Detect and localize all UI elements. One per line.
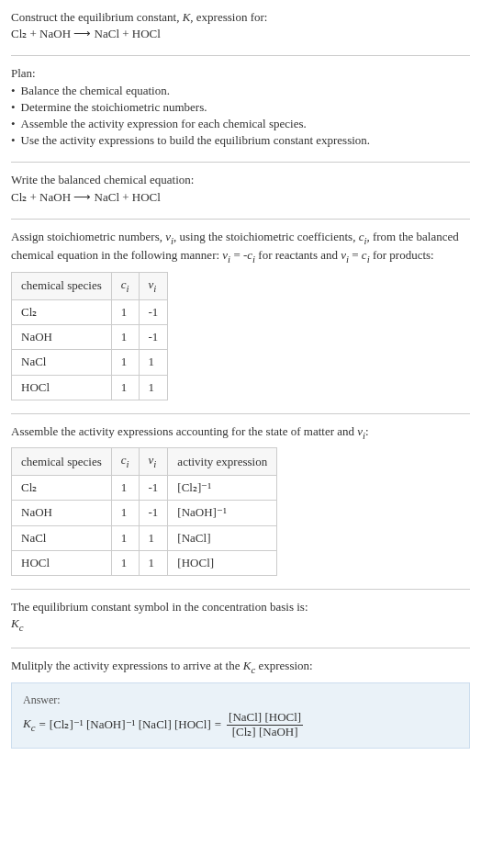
bullet-icon: • bbox=[11, 83, 16, 99]
plan-item: •Determine the stoichiometric numbers. bbox=[11, 99, 470, 116]
fraction: [NaCl] [HOCl] [Cl₂] [NaOH] bbox=[227, 711, 303, 738]
plan-heading: Plan: bbox=[11, 65, 470, 82]
divider bbox=[11, 55, 470, 56]
table-header-row: chemical species ci νi bbox=[12, 273, 168, 300]
plan-item: •Balance the chemical equation. bbox=[11, 83, 470, 99]
plan-item: •Use the activity expressions to build t… bbox=[11, 132, 470, 149]
cell: [NaCl] bbox=[168, 525, 277, 550]
balanced-equation: Cl₂ + NaOH ⟶ NaCl + HOCl bbox=[11, 189, 470, 206]
activity-table: chemical species ci νi activity expressi… bbox=[11, 447, 277, 576]
fraction-denominator: [Cl₂] [NaOH] bbox=[230, 726, 300, 738]
table-header-row: chemical species ci νi activity expressi… bbox=[12, 448, 277, 476]
kc-lhs: Kc bbox=[23, 716, 35, 735]
cell: 1 bbox=[111, 550, 139, 575]
cell: NaOH bbox=[12, 501, 112, 525]
cell: HOCl bbox=[12, 375, 112, 400]
divider bbox=[11, 219, 470, 220]
plan-item-text: Assemble the activity expression for eac… bbox=[21, 116, 307, 132]
eq-sign: = bbox=[215, 716, 221, 733]
kc-symbol: Kc bbox=[11, 615, 470, 635]
multiply-text: Mulitply the activity expressions to arr… bbox=[11, 658, 470, 677]
symbol-text: The equilibrium constant symbol in the c… bbox=[11, 599, 470, 615]
cell: 1 bbox=[139, 350, 168, 375]
bullet-icon: • bbox=[11, 132, 16, 149]
cell: 1 bbox=[139, 550, 168, 575]
plan-item-text: Balance the chemical equation. bbox=[21, 83, 170, 99]
col-vi: νi bbox=[139, 448, 168, 476]
plan-item-text: Determine the stoichiometric numbers. bbox=[21, 99, 207, 116]
answer-expression: Kc = [Cl₂]⁻¹ [NaOH]⁻¹ [NaCl] [HOCl] = [N… bbox=[23, 711, 458, 738]
balanced-section: Write the balanced chemical equation: Cl… bbox=[11, 172, 470, 205]
cell: Cl₂ bbox=[12, 476, 112, 501]
cell: 1 bbox=[111, 525, 139, 550]
cell: -1 bbox=[139, 325, 168, 350]
cell: 1 bbox=[111, 299, 139, 324]
eq-sign: = bbox=[39, 716, 45, 733]
bullet-icon: • bbox=[11, 99, 16, 116]
col-species: chemical species bbox=[12, 448, 112, 476]
product-terms: [Cl₂]⁻¹ [NaOH]⁻¹ [NaCl] [HOCl] bbox=[50, 716, 211, 733]
col-activity: activity expression bbox=[168, 448, 277, 476]
stoich-table: chemical species ci νi Cl₂1-1 NaOH1-1 Na… bbox=[11, 272, 168, 400]
intro-section: Construct the equilibrium constant, K, e… bbox=[11, 9, 470, 42]
divider bbox=[11, 589, 470, 590]
col-species: chemical species bbox=[12, 273, 112, 300]
plan-item-text: Use the activity expressions to build th… bbox=[21, 132, 371, 149]
bullet-icon: • bbox=[11, 116, 16, 132]
cell: 1 bbox=[139, 375, 168, 400]
cell: 1 bbox=[111, 325, 139, 350]
intro-equation: Cl₂ + NaOH ⟶ NaCl + HOCl bbox=[11, 26, 470, 42]
table-row: NaOH1-1[NaOH]⁻¹ bbox=[12, 501, 277, 525]
col-ci: ci bbox=[111, 273, 139, 300]
answer-label: Answer: bbox=[23, 693, 458, 708]
cell: [NaOH]⁻¹ bbox=[168, 501, 277, 525]
cell: NaCl bbox=[12, 525, 112, 550]
cell: Cl₂ bbox=[12, 299, 112, 324]
cell: -1 bbox=[139, 299, 168, 324]
plan-item: •Assemble the activity expression for ea… bbox=[11, 116, 470, 132]
table-row: Cl₂1-1[Cl₂]⁻¹ bbox=[12, 476, 277, 501]
activity-text: Assemble the activity expressions accoun… bbox=[11, 423, 470, 443]
table-row: Cl₂1-1 bbox=[12, 299, 168, 324]
activity-section: Assemble the activity expressions accoun… bbox=[11, 423, 470, 576]
cell: 1 bbox=[111, 501, 139, 525]
plan-section: Plan: •Balance the chemical equation. •D… bbox=[11, 65, 470, 149]
cell: -1 bbox=[139, 501, 168, 525]
col-ci: ci bbox=[111, 448, 139, 476]
cell: [HOCl] bbox=[168, 550, 277, 575]
cell: 1 bbox=[111, 350, 139, 375]
table-row: NaOH1-1 bbox=[12, 325, 168, 350]
divider bbox=[11, 162, 470, 163]
answer-box: Answer: Kc = [Cl₂]⁻¹ [NaOH]⁻¹ [NaCl] [HO… bbox=[11, 682, 470, 749]
col-vi: νi bbox=[139, 273, 168, 300]
balanced-heading: Write the balanced chemical equation: bbox=[11, 172, 470, 188]
cell: HOCl bbox=[12, 550, 112, 575]
table-row: HOCl11 bbox=[12, 375, 168, 400]
fraction-numerator: [NaCl] [HOCl] bbox=[227, 711, 303, 725]
table-row: NaCl11 bbox=[12, 350, 168, 375]
cell: 1 bbox=[139, 525, 168, 550]
assign-text: Assign stoichiometric numbers, νi, using… bbox=[11, 229, 470, 267]
table-row: HOCl11[HOCl] bbox=[12, 550, 277, 575]
divider bbox=[11, 413, 470, 414]
symbol-section: The equilibrium constant symbol in the c… bbox=[11, 599, 470, 635]
cell: 1 bbox=[111, 476, 139, 501]
table-row: NaCl11[NaCl] bbox=[12, 525, 277, 550]
assign-section: Assign stoichiometric numbers, νi, using… bbox=[11, 229, 470, 400]
cell: 1 bbox=[111, 375, 139, 400]
cell: [Cl₂]⁻¹ bbox=[168, 476, 277, 501]
multiply-section: Mulitply the activity expressions to arr… bbox=[11, 658, 470, 749]
intro-line1: Construct the equilibrium constant, K, e… bbox=[11, 9, 470, 26]
cell: -1 bbox=[139, 476, 168, 501]
divider bbox=[11, 648, 470, 648]
cell: NaCl bbox=[12, 350, 112, 375]
cell: NaOH bbox=[12, 325, 112, 350]
